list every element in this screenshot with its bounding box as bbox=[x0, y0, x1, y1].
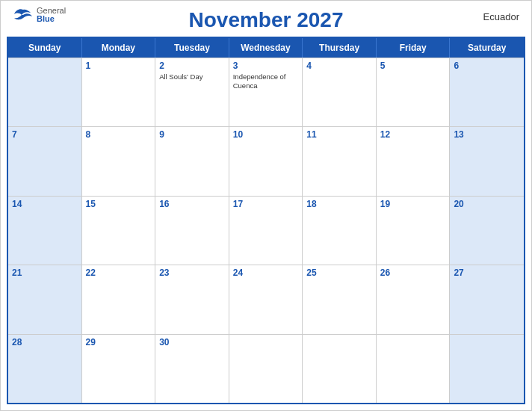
day-cell: 9 bbox=[155, 127, 229, 195]
days-header: SundayMondayTuesdayWednesdayThursdayFrid… bbox=[8, 38, 524, 58]
day-number: 7 bbox=[12, 129, 78, 140]
day-cell: 16 bbox=[155, 197, 229, 265]
day-number: 17 bbox=[233, 199, 299, 209]
day-cell bbox=[8, 58, 82, 126]
day-number: 23 bbox=[159, 268, 225, 278]
day-cell: 17 bbox=[229, 197, 303, 265]
day-cell: 7 bbox=[8, 127, 82, 195]
day-cell: 27 bbox=[450, 265, 524, 333]
day-cell: 2All Souls' Day bbox=[155, 58, 229, 126]
logo-text: General Blue bbox=[37, 7, 66, 23]
month-title: November 2027 bbox=[188, 8, 343, 32]
logo-blue: Blue bbox=[37, 15, 66, 23]
day-cell: 26 bbox=[377, 265, 451, 333]
day-number: 13 bbox=[454, 129, 520, 140]
day-header-wednesday: Wednesday bbox=[229, 38, 303, 58]
day-cell: 28 bbox=[8, 335, 82, 403]
day-cell: 29 bbox=[82, 335, 156, 403]
day-cell: 22 bbox=[82, 265, 156, 333]
week-row-0: 12All Souls' Day3Independence of Cuenca4… bbox=[8, 58, 524, 126]
logo-icon bbox=[13, 7, 34, 23]
day-cell bbox=[303, 335, 377, 403]
calendar-container: General Blue November 2027 Ecuador Sunda… bbox=[0, 0, 532, 411]
day-cell: 30 bbox=[155, 335, 229, 403]
week-row-3: 21222324252627 bbox=[8, 265, 524, 333]
week-row-4: 282930 bbox=[8, 334, 524, 403]
day-number: 12 bbox=[380, 129, 446, 140]
day-number: 11 bbox=[306, 129, 372, 140]
week-row-1: 78910111213 bbox=[8, 126, 524, 195]
day-number: 29 bbox=[86, 337, 152, 347]
day-cell: 6 bbox=[450, 58, 524, 126]
day-number: 16 bbox=[159, 199, 225, 209]
day-cell: 11 bbox=[303, 127, 377, 195]
day-number: 21 bbox=[12, 268, 78, 278]
day-cell: 25 bbox=[303, 265, 377, 333]
day-number: 26 bbox=[380, 268, 446, 278]
holiday-label: All Souls' Day bbox=[159, 72, 225, 81]
calendar-header: General Blue November 2027 Ecuador bbox=[1, 1, 531, 37]
day-cell: 1 bbox=[82, 58, 156, 126]
day-number: 24 bbox=[233, 268, 299, 278]
day-header-thursday: Thursday bbox=[303, 38, 377, 58]
day-header-saturday: Saturday bbox=[450, 38, 524, 58]
day-number: 6 bbox=[454, 61, 520, 71]
day-cell: 5 bbox=[377, 58, 451, 126]
day-cell bbox=[229, 335, 303, 403]
day-cell bbox=[450, 335, 524, 403]
day-cell: 10 bbox=[229, 127, 303, 195]
day-number: 25 bbox=[306, 268, 372, 278]
day-number: 2 bbox=[159, 61, 225, 71]
country-label: Ecuador bbox=[483, 11, 519, 22]
day-header-sunday: Sunday bbox=[8, 38, 82, 58]
day-header-friday: Friday bbox=[377, 38, 451, 58]
weeks-container: 12All Souls' Day3Independence of Cuenca4… bbox=[8, 58, 524, 403]
day-number: 18 bbox=[306, 199, 372, 209]
day-number: 19 bbox=[380, 199, 446, 209]
day-number: 5 bbox=[380, 61, 446, 71]
day-cell: 14 bbox=[8, 197, 82, 265]
day-number: 15 bbox=[86, 199, 152, 209]
day-cell: 3Independence of Cuenca bbox=[229, 58, 303, 126]
day-number: 1 bbox=[86, 61, 152, 71]
calendar-grid: SundayMondayTuesdayWednesdayThursdayFrid… bbox=[7, 37, 525, 404]
day-number: 10 bbox=[233, 129, 299, 140]
day-number: 9 bbox=[159, 129, 225, 140]
day-number: 20 bbox=[454, 199, 520, 209]
day-header-tuesday: Tuesday bbox=[155, 38, 229, 58]
day-cell: 8 bbox=[82, 127, 156, 195]
day-number: 28 bbox=[12, 337, 78, 347]
week-row-2: 14151617181920 bbox=[8, 196, 524, 265]
day-cell: 19 bbox=[377, 197, 451, 265]
day-cell: 13 bbox=[450, 127, 524, 195]
day-number: 8 bbox=[86, 129, 152, 140]
day-cell: 21 bbox=[8, 265, 82, 333]
day-number: 27 bbox=[454, 268, 520, 278]
day-number: 30 bbox=[159, 337, 225, 347]
day-cell: 24 bbox=[229, 265, 303, 333]
day-cell: 15 bbox=[82, 197, 156, 265]
logo-area: General Blue bbox=[13, 7, 66, 23]
day-cell: 20 bbox=[450, 197, 524, 265]
day-number: 22 bbox=[86, 268, 152, 278]
day-header-monday: Monday bbox=[82, 38, 156, 58]
day-cell: 12 bbox=[377, 127, 451, 195]
day-number: 4 bbox=[306, 61, 372, 71]
day-cell: 18 bbox=[303, 197, 377, 265]
day-cell bbox=[377, 335, 451, 403]
day-cell: 4 bbox=[303, 58, 377, 126]
day-cell: 23 bbox=[155, 265, 229, 333]
holiday-label: Independence of Cuenca bbox=[233, 72, 299, 91]
day-number: 14 bbox=[12, 199, 78, 209]
day-number: 3 bbox=[233, 61, 299, 71]
